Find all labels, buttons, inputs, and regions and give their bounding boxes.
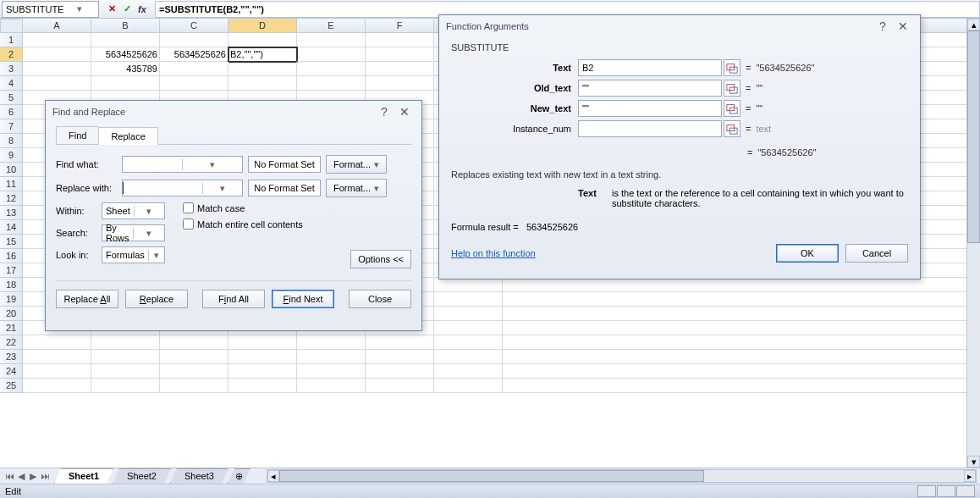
- fx-icon[interactable]: fx: [135, 4, 150, 14]
- column-header-C[interactable]: C: [160, 19, 228, 33]
- cell-G25[interactable]: [434, 379, 503, 393]
- cell-E3[interactable]: [297, 62, 366, 76]
- cell-A24[interactable]: [23, 364, 91, 379]
- scroll-right-icon[interactable]: ▸: [964, 470, 976, 482]
- cell-B2[interactable]: 5634525626: [91, 47, 160, 62]
- cell-A1[interactable]: [23, 33, 91, 47]
- cell-F3[interactable]: [366, 62, 434, 76]
- horizontal-scrollbar[interactable]: ◂ ▸: [267, 469, 977, 483]
- dialog-close-icon[interactable]: ✕: [893, 19, 913, 33]
- row-header-20[interactable]: 20: [0, 307, 23, 321]
- cell-B1[interactable]: [91, 33, 160, 47]
- cell-F4[interactable]: [366, 76, 434, 91]
- dialog-help-icon[interactable]: ?: [873, 19, 893, 33]
- new-sheet-button[interactable]: ⊕: [228, 468, 251, 484]
- find-all-button[interactable]: Find All: [202, 290, 265, 308]
- cell-F1[interactable]: [366, 33, 434, 47]
- cell-C4[interactable]: [160, 76, 228, 91]
- page-layout-view-button[interactable]: [937, 485, 955, 497]
- sheet-first-icon[interactable]: ⏮: [3, 471, 15, 482]
- cell-F23[interactable]: [366, 350, 434, 364]
- help-on-function-link[interactable]: Help on this function: [451, 248, 536, 258]
- cell-C23[interactable]: [160, 350, 228, 364]
- options-button[interactable]: Options <<: [350, 250, 411, 268]
- arg-input-old_text[interactable]: [578, 80, 722, 97]
- cell-E25[interactable]: [297, 379, 366, 393]
- cell-B3[interactable]: 435789: [91, 62, 160, 76]
- row-header-10[interactable]: 10: [0, 163, 23, 177]
- find-replace-titlebar[interactable]: Find and Replace ? ✕: [46, 101, 421, 123]
- cell-filler[interactable]: [503, 364, 980, 379]
- sheet-tab-sheet1[interactable]: Sheet1: [54, 468, 113, 484]
- cell-B25[interactable]: [91, 379, 160, 393]
- sheet-tab-sheet3[interactable]: Sheet3: [170, 468, 228, 484]
- cell-G22[interactable]: [434, 335, 503, 350]
- cell-filler[interactable]: [503, 335, 980, 350]
- cell-E2[interactable]: [297, 47, 366, 62]
- scroll-down-icon[interactable]: ▾: [967, 456, 980, 468]
- dialog-close-icon[interactable]: ✕: [394, 105, 415, 119]
- row-header-23[interactable]: 23: [0, 350, 23, 364]
- column-header-D[interactable]: D: [228, 19, 297, 33]
- cell-D23[interactable]: [228, 350, 297, 364]
- lookin-select[interactable]: Formulas▾: [102, 246, 165, 263]
- enter-edit-icon[interactable]: ✓: [119, 3, 135, 14]
- normal-view-button[interactable]: [917, 485, 936, 497]
- cell-B22[interactable]: [91, 335, 160, 350]
- row-header-7[interactable]: 7: [0, 119, 23, 134]
- cell-C25[interactable]: [160, 379, 228, 393]
- cell-D25[interactable]: [228, 379, 297, 393]
- vertical-scrollbar[interactable]: ▴ ▾: [966, 19, 980, 468]
- range-selector-icon[interactable]: [724, 100, 741, 117]
- sheet-prev-icon[interactable]: ◀: [15, 471, 27, 482]
- vscroll-thumb[interactable]: [967, 30, 980, 243]
- cancel-button[interactable]: Cancel: [845, 244, 908, 263]
- cell-C22[interactable]: [160, 335, 228, 350]
- column-header-A[interactable]: A: [23, 19, 91, 33]
- tab-replace[interactable]: Replace: [98, 127, 157, 145]
- cell-C24[interactable]: [160, 364, 228, 379]
- name-box-dropdown-icon[interactable]: ▾: [63, 3, 95, 14]
- range-selector-icon[interactable]: [724, 59, 741, 76]
- cell-B4[interactable]: [91, 76, 160, 91]
- row-header-22[interactable]: 22: [0, 335, 23, 350]
- cell-A2[interactable]: [23, 47, 91, 62]
- row-header-15[interactable]: 15: [0, 235, 23, 249]
- cell-D24[interactable]: [228, 364, 297, 379]
- cell-filler[interactable]: [503, 379, 980, 393]
- ok-button[interactable]: OK: [776, 244, 839, 263]
- find-what-dropdown-icon[interactable]: ▾: [182, 159, 242, 170]
- cell-C3[interactable]: [160, 62, 228, 76]
- function-arguments-titlebar[interactable]: Function Arguments ? ✕: [439, 15, 920, 37]
- row-header-6[interactable]: 6: [0, 105, 23, 119]
- cell-E22[interactable]: [297, 335, 366, 350]
- arg-input-new_text[interactable]: [578, 100, 722, 117]
- cell-C2[interactable]: 5634525626: [160, 47, 228, 62]
- dialog-help-icon[interactable]: ?: [374, 105, 394, 119]
- row-header-13[interactable]: 13: [0, 206, 23, 220]
- within-select[interactable]: Sheet▾: [102, 202, 165, 219]
- find-format-button[interactable]: Format...▾: [326, 155, 387, 174]
- cell-D2[interactable]: B2,"",""): [228, 47, 297, 62]
- cell-F22[interactable]: [366, 335, 434, 350]
- row-header-8[interactable]: 8: [0, 134, 23, 148]
- scroll-up-icon[interactable]: ▴: [967, 19, 980, 30]
- row-header-14[interactable]: 14: [0, 220, 23, 235]
- cell-A25[interactable]: [23, 379, 91, 393]
- cell-G19[interactable]: [434, 292, 503, 307]
- cell-G20[interactable]: [434, 307, 503, 321]
- row-header-24[interactable]: 24: [0, 364, 23, 379]
- cell-F2[interactable]: [366, 47, 434, 62]
- replace-all-button[interactable]: Replace All: [56, 290, 118, 308]
- column-header-E[interactable]: E: [297, 19, 366, 33]
- select-all-corner[interactable]: [0, 19, 23, 33]
- match-entire-checkbox[interactable]: [183, 219, 194, 230]
- page-break-view-button[interactable]: [956, 485, 975, 497]
- column-header-F[interactable]: F: [366, 19, 434, 33]
- sheet-next-icon[interactable]: ▶: [27, 471, 39, 482]
- row-header-21[interactable]: 21: [0, 321, 23, 335]
- cell-G21[interactable]: [434, 321, 503, 335]
- chevron-down-icon[interactable]: ▾: [148, 250, 164, 261]
- cell-E1[interactable]: [297, 33, 366, 47]
- row-header-3[interactable]: 3: [0, 62, 23, 76]
